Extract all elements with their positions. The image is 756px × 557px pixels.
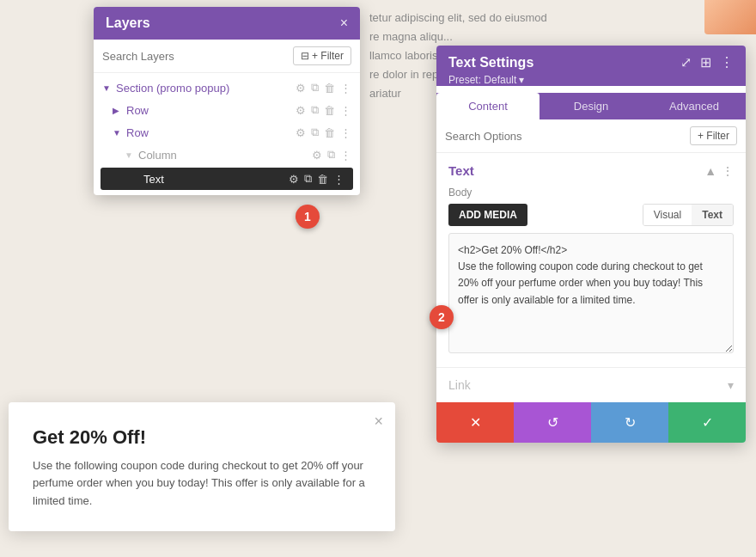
add-media-button[interactable]: ADD MEDIA	[448, 204, 527, 226]
settings-icon[interactable]: ⚙	[312, 149, 322, 162]
promo-popup: × Get 20% Off! Use the following coupon …	[9, 402, 395, 531]
layer-actions: ⚙ ⧉ 🗑 ⋮	[296, 81, 351, 95]
settings-icon[interactable]: ⚙	[289, 173, 299, 186]
step-badge-2: 2	[430, 305, 454, 329]
toggle-arrow-icon: ▼	[102, 83, 113, 93]
layer-actions: ⚙ ⧉ 🗑 ⋮	[296, 125, 351, 139]
duplicate-icon[interactable]: ⧉	[311, 125, 319, 139]
tab-content[interactable]: Content	[436, 93, 540, 119]
layers-list: ▼ Section (promo popup) ⚙ ⧉ 🗑 ⋮ ▶ Row ⚙ …	[94, 73, 360, 195]
ts-section-title: Text	[448, 163, 474, 178]
layers-close-button[interactable]: ×	[340, 15, 348, 31]
layer-name-section: Section (promo popup)	[116, 82, 292, 95]
ts-link-section[interactable]: Link ▾	[436, 367, 746, 402]
ts-search-input[interactable]	[445, 130, 683, 143]
layer-item-row1[interactable]: ▶ Row ⚙ ⧉ 🗑 ⋮	[94, 99, 360, 121]
more-icon[interactable]: ⋮	[340, 126, 351, 139]
settings-icon[interactable]: ⚙	[296, 126, 306, 139]
ts-action-bar: ✕ ↺ ↻ ✓	[436, 402, 746, 443]
layers-search-bar: ⊟ + Filter	[94, 40, 360, 73]
text-settings-panel: Text Settings ⤢ ⊞ ⋮ Preset: Default ▾ Co…	[436, 46, 746, 443]
ts-body: Text ▲ ⋮ Body ADD MEDIA Visual Text <h2>…	[436, 153, 746, 367]
ts-header-icons: ⤢ ⊞ ⋮	[680, 54, 734, 70]
delete-icon[interactable]: 🗑	[324, 126, 335, 139]
filter-icon: ⊟	[301, 50, 309, 62]
layer-item-text[interactable]: Text ⚙ ⧉ 🗑 ⋮	[101, 168, 353, 190]
more-section-icon[interactable]: ⋮	[722, 164, 734, 178]
delete-icon[interactable]: 🗑	[324, 104, 335, 117]
layer-item-section[interactable]: ▼ Section (promo popup) ⚙ ⧉ 🗑 ⋮	[94, 77, 360, 99]
undo-button[interactable]: ↺	[514, 402, 591, 443]
ts-header-top: Text Settings ⤢ ⊞ ⋮	[448, 54, 734, 70]
ts-preset[interactable]: Preset: Default ▾	[448, 74, 734, 86]
duplicate-icon[interactable]: ⧉	[311, 81, 319, 95]
editor-toolbar: ADD MEDIA Visual Text	[448, 204, 734, 226]
ts-tabs: Content Design Advanced	[436, 93, 746, 119]
more-icon[interactable]: ⋮	[340, 149, 351, 162]
delete-icon[interactable]: 🗑	[317, 173, 328, 186]
body-label: Body	[448, 187, 734, 199]
step-badge-1: 1	[296, 205, 320, 229]
layer-actions: ⚙ ⧉ 🗑 ⋮	[296, 103, 351, 117]
ts-section-actions: ▲ ⋮	[704, 164, 734, 178]
layer-actions: ⚙ ⧉ 🗑 ⋮	[289, 172, 344, 186]
background-thumbnail	[704, 0, 756, 34]
layers-header: Layers ×	[94, 7, 360, 40]
toggle-arrow-icon: ▼	[125, 150, 135, 160]
duplicate-icon[interactable]: ⧉	[311, 103, 319, 117]
layer-name-text: Text	[143, 173, 285, 186]
layer-item-row2[interactable]: ▼ Row ⚙ ⧉ 🗑 ⋮	[94, 121, 360, 144]
tab-design[interactable]: Design	[540, 93, 643, 119]
more-icon[interactable]: ⋮	[340, 104, 351, 117]
ts-filter-button[interactable]: + Filter	[690, 126, 737, 145]
ts-search-bar: + Filter	[436, 119, 746, 153]
fullscreen-icon[interactable]: ⤢	[680, 54, 692, 70]
layer-item-column[interactable]: ▼ Column ⚙ ⧉ ⋮	[94, 144, 360, 166]
ts-section-header: Text ▲ ⋮	[448, 163, 734, 178]
toggle-arrow-icon: ▶	[113, 106, 123, 115]
redo-button[interactable]: ↻	[591, 402, 668, 443]
toggle-arrow-icon: ▼	[113, 128, 123, 138]
layers-filter-button[interactable]: ⊟ + Filter	[293, 46, 351, 65]
delete-icon[interactable]: 🗑	[324, 82, 335, 95]
duplicate-icon[interactable]: ⧉	[304, 172, 312, 186]
layers-title: Layers	[106, 15, 150, 31]
columns-icon[interactable]: ⊞	[700, 54, 711, 70]
layer-name-column: Column	[138, 149, 308, 162]
settings-icon[interactable]: ⚙	[296, 82, 306, 95]
text-settings-header: Text Settings ⤢ ⊞ ⋮ Preset: Default ▾	[436, 46, 746, 86]
more-options-icon[interactable]: ⋮	[720, 54, 734, 70]
promo-body: Use the following coupon code during che…	[33, 457, 371, 511]
cancel-button[interactable]: ✕	[436, 402, 514, 443]
ts-title: Text Settings	[448, 55, 533, 70]
chevron-up-icon[interactable]: ▲	[704, 164, 716, 178]
link-chevron-icon: ▾	[728, 378, 734, 392]
settings-icon[interactable]: ⚙	[296, 104, 306, 117]
tab-advanced[interactable]: Advanced	[643, 93, 746, 119]
save-button[interactable]: ✓	[668, 402, 746, 443]
layers-search-input[interactable]	[102, 50, 286, 63]
editor-view-buttons: Visual Text	[643, 204, 734, 226]
promo-close-icon[interactable]: ×	[374, 413, 383, 431]
layer-name-row1: Row	[126, 104, 292, 117]
layer-name-row2: Row	[126, 126, 292, 139]
layers-panel: Layers × ⊟ + Filter ▼ Section (promo pop…	[94, 7, 360, 195]
more-icon[interactable]: ⋮	[333, 173, 344, 186]
body-textarea[interactable]: <h2>Get 20% Off!</h2> Use the following …	[448, 233, 734, 353]
promo-title: Get 20% Off!	[33, 426, 371, 449]
text-view-button[interactable]: Text	[692, 205, 733, 225]
duplicate-icon[interactable]: ⧉	[327, 148, 335, 162]
visual-view-button[interactable]: Visual	[643, 205, 692, 225]
layer-actions: ⚙ ⧉ ⋮	[312, 148, 351, 162]
preset-chevron-icon: ▾	[519, 74, 524, 86]
link-label: Link	[448, 378, 471, 392]
more-icon[interactable]: ⋮	[340, 82, 351, 95]
